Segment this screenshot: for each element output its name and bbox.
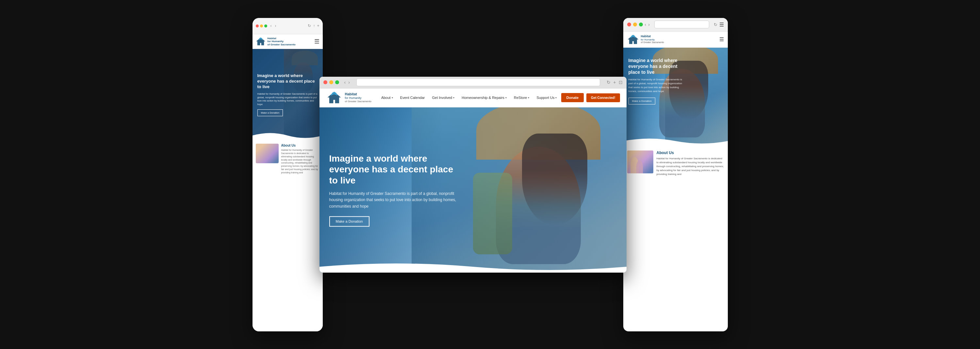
mobile-newtab-btn[interactable]: + [317,24,319,28]
nav-item-about[interactable]: About ▾ [378,93,396,102]
desktop-forward-btn[interactable]: › [348,80,350,85]
mobile-navbar: Habitat for Humanity of Greater Sacramen… [253,34,323,49]
desktop-nav-buttons: Donate Get Connected! [561,93,620,102]
desktop-logo-icon [326,91,342,104]
nav-item-support-us[interactable]: Support Us ▾ [533,93,560,102]
desktop-titlebar: ‹ › ↻ + ⊡ [320,77,627,89]
mobile-logo: Habitat for Humanity of Greater Sacramen… [256,37,296,46]
desktop-navbar: Habitat for Humanity of Greater Sacramen… [320,89,627,108]
mobile-dot-yellow [260,24,263,27]
tablet-wave [623,136,728,146]
desktop-traffic-lights [323,80,339,84]
nav-item-event-calendar[interactable]: Event Calendar [397,93,428,102]
desktop-nav-controls: ‹ › [344,80,350,85]
mobile-dot-red [256,24,259,27]
mobile-back-btn[interactable]: ‹ [270,24,272,28]
desktop-hero: Imagine a world where everyone has a dec… [320,108,627,273]
mobile-titlebar: ‹ › ↻ ↑ + [253,18,323,34]
desktop-logo-line2: for Humanity [345,96,371,100]
mobile-about-heading: About Us [281,144,320,147]
tablet-about-body: Habitat for Humanity of Greater Sacramen… [657,157,724,176]
mobile-logo-icon [256,37,266,46]
get-involved-caret-icon: ▾ [453,96,454,99]
tablet-device: ‹ › ↻ ☰ Habitat [623,18,728,332]
tablet-hamburger-icon[interactable]: ☰ [719,22,724,28]
mobile-about-text: About Us Habitat for Humanity of Greater… [281,144,320,174]
desktop-wave [320,260,627,273]
mobile-donate-button[interactable]: Make a Donation [258,109,283,116]
tablet-logo-line1: Habitat [641,35,664,38]
tablet-logo-icon [627,34,639,45]
tablet-address-bar[interactable] [654,21,709,29]
desktop-connected-button[interactable]: Get Connected! [586,94,620,102]
mobile-content: Habitat for Humanity of Greater Sacramen… [253,34,323,332]
tablet-hero-title: Imagine a world where everyone has a dec… [628,57,687,75]
desktop-dot-red [323,80,327,84]
tablet-dot-yellow [633,22,637,27]
desktop-logo-line3: of Greater Sacramento [345,100,371,103]
tablet-dot-green [639,22,643,27]
homeownership-caret-icon: ▾ [505,96,507,99]
tablet-about-section: About Us Habitat for Humanity of Greater… [623,146,728,181]
mobile-hero-subtitle: Habitat for Humanity of Greater Sacramen… [258,92,318,106]
mobile-hero: Imagine a world where everyone has a dec… [253,49,323,140]
desktop-window-btn[interactable]: ⊡ [619,80,623,85]
desktop-hero-subtitle: Habitat for Humanity of Greater Sacramen… [329,191,460,210]
tablet-logo-line2: for Humanity [641,38,664,41]
desktop-dot-yellow [329,80,333,84]
tablet-hero-content: Imagine a world where everyone has a dec… [628,57,687,105]
nav-item-homeownership[interactable]: Homeownership & Repairs ▾ [458,93,510,102]
tablet-about-text: About Us Habitat for Humanity of Greater… [657,151,724,176]
tablet-menu-icon[interactable]: ☰ [719,36,724,43]
mobile-about-body: Habitat for Humanity of Greater Sacramen… [281,149,320,174]
tablet-traffic-lights [627,22,643,27]
tablet-content: Habitat for Humanity of Greater Sacramen… [623,32,728,332]
nav-item-restore[interactable]: ReStore ▾ [511,93,533,102]
nav-item-get-involved[interactable]: Get Involved ▾ [429,93,458,102]
desktop-donate-button[interactable]: Donate [561,93,584,102]
tablet-hero-subtitle: Habitat for Humanity of Greater Sacramen… [628,78,687,94]
scene: ‹ › ↻ ↑ + [0,0,980,349]
devices-row: ‹ › ↻ ↑ + [220,18,760,332]
mobile-wave [253,130,323,140]
tablet-about-heading: About Us [657,151,724,155]
tablet-about-image [627,151,653,173]
about-caret-icon: ▾ [392,96,393,99]
mobile-about-image [256,144,278,163]
desktop-logo: Habitat for Humanity of Greater Sacramen… [326,91,371,104]
tablet-back-btn[interactable]: ‹ [645,22,646,27]
desktop-address-bar[interactable] [356,78,600,86]
desktop-back-btn[interactable]: ‹ [344,80,346,85]
desktop-hero-content: Imagine a world where everyone has a dec… [329,153,460,227]
tablet-dot-red [627,22,631,27]
desktop-device: ‹ › ↻ + ⊡ [320,77,627,273]
desktop-hero-title: Imagine a world where everyone has a dec… [329,153,460,186]
mobile-traffic-lights [256,24,267,27]
desktop-reload-btn[interactable]: ↻ [607,80,611,85]
mobile-hamburger-icon[interactable]: ☰ [314,38,320,45]
desktop-site: Habitat for Humanity of Greater Sacramen… [320,89,627,273]
mobile-reload-btn[interactable]: ↻ [308,24,311,28]
tablet-hero-cta-button[interactable]: Make a Donation [628,98,655,105]
tablet-reload-btn[interactable]: ↻ [714,22,718,27]
tablet-logo: Habitat for Humanity of Greater Sacramen… [627,34,664,45]
desktop-logo-line1: Habitat [345,92,371,96]
mobile-logo-text: Habitat for Humanity of Greater Sacramen… [267,37,296,46]
mobile-hero-title: Imagine a world where everyone has a dec… [258,73,318,90]
mobile-share-btn[interactable]: ↑ [313,24,315,28]
tablet-titlebar: ‹ › ↻ ☰ [623,18,728,32]
desktop-hero-cta-button[interactable]: Make a Donation [329,216,369,227]
desktop-controls-right: ↻ + ⊡ [607,80,622,85]
mobile-device: ‹ › ↻ ↑ + [253,18,323,332]
desktop-dot-green [335,80,339,84]
mobile-hero-content: Imagine a world where everyone has a dec… [253,49,323,140]
support-us-caret-icon: ▾ [555,96,557,99]
mobile-about-section: About Us Habitat for Humanity of Greater… [253,140,323,177]
mobile-dot-green [264,24,267,27]
desktop-nav-menu: About ▾ Event Calendar Get Involved ▾ Ho… [378,93,561,102]
desktop-plus-btn[interactable]: + [613,80,616,85]
mobile-forward-btn[interactable]: › [275,24,276,28]
tablet-logo-line3: of Greater Sacramento [641,41,664,44]
tablet-hero: Imagine a world where everyone has a dec… [623,48,728,146]
tablet-forward-btn[interactable]: › [648,22,650,27]
